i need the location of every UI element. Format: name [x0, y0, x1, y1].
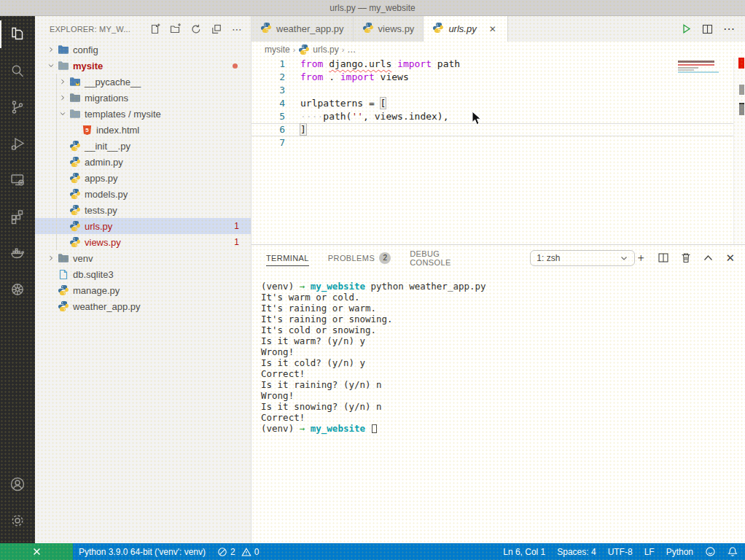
- new-folder-icon[interactable]: [168, 21, 184, 37]
- problems-indicator[interactable]: 2 0: [211, 543, 265, 560]
- notifications-bell-icon[interactable]: [722, 543, 745, 560]
- tree-item--pycache-[interactable]: __pycache__: [35, 74, 251, 90]
- tree-item-label: config: [73, 44, 98, 55]
- panel-tab-debug-console[interactable]: DEBUG CONSOLE: [410, 245, 477, 271]
- chevron-slot: [57, 140, 69, 152]
- tab-weather-app-py[interactable]: weather_app.py: [251, 16, 354, 42]
- line-number: 3: [251, 84, 285, 97]
- warning-count: 0: [254, 547, 260, 557]
- code-editor[interactable]: 1 from django.urls import path 2 from . …: [251, 58, 745, 244]
- collapse-folders-icon[interactable]: [208, 21, 225, 37]
- breadcrumb-item[interactable]: urls.py: [313, 44, 338, 55]
- tree-item-label: views.py: [85, 237, 121, 248]
- breadcrumb-separator: ›: [342, 45, 345, 54]
- tree-item-manage-py[interactable]: manage.py: [35, 282, 251, 298]
- terminal-output[interactable]: (venv) → my_website python weather_app.p…: [251, 271, 745, 543]
- status-lf[interactable]: LF: [639, 543, 660, 560]
- panel-header: TERMINAL PROBLEMS 2 DEBUG CONSOLE 1: zsh…: [251, 245, 745, 271]
- tree-item--init-py[interactable]: __init__.py: [35, 138, 251, 154]
- breadcrumb-item[interactable]: …: [347, 44, 356, 55]
- tree-item-views-py[interactable]: views.py 1: [35, 234, 251, 250]
- python-icon: [69, 172, 82, 184]
- tree-item-urls-py[interactable]: urls.py 1: [35, 218, 251, 234]
- tree-item-tests-py[interactable]: tests.py: [35, 202, 251, 218]
- tree-item-label: mysite: [73, 61, 103, 71]
- tree-item-label: admin.py: [85, 157, 123, 168]
- python-icon: [57, 284, 70, 296]
- tree-item-mysite[interactable]: mysite: [35, 58, 251, 74]
- status-python[interactable]: Python: [660, 543, 699, 560]
- chevron-right-icon: [45, 252, 57, 264]
- tree-item-venv[interactable]: venv: [35, 250, 251, 266]
- tree-item-weather-app-py[interactable]: weather_app.py: [35, 298, 251, 314]
- panel-tab-terminal[interactable]: TERMINAL: [266, 245, 309, 271]
- close-tab-icon[interactable]: ✕: [487, 24, 499, 34]
- code-line-1: 1 from django.urls import path: [251, 58, 745, 71]
- docker-icon[interactable]: [0, 235, 35, 271]
- tree-item-templates-mysite[interactable]: templates / mysite: [35, 106, 251, 122]
- run-debug-icon[interactable]: [0, 125, 35, 162]
- python-icon: [69, 220, 82, 232]
- chevron-down-icon: [620, 254, 628, 262]
- tree-item-label: apps.py: [85, 173, 118, 184]
- chevron-slot: [57, 172, 69, 184]
- code-line-6: 6 ]: [251, 123, 745, 136]
- svg-text:5: 5: [85, 127, 89, 133]
- run-button[interactable]: [681, 23, 692, 34]
- remote-explorer-icon[interactable]: [0, 162, 35, 198]
- new-file-icon[interactable]: [147, 21, 163, 37]
- kubernetes-icon[interactable]: [0, 271, 35, 308]
- new-terminal-icon[interactable]: ＋: [635, 251, 646, 265]
- tree-item-admin-py[interactable]: admin.py: [35, 154, 251, 170]
- chevron-slot: [69, 124, 80, 136]
- tree-item-config[interactable]: config: [35, 42, 251, 58]
- refresh-icon[interactable]: [188, 21, 204, 37]
- problem-dot: [233, 63, 238, 69]
- tab-urls-py[interactable]: urls.py ✕: [424, 16, 507, 42]
- shell-select[interactable]: 1: zsh: [530, 250, 635, 266]
- terminal-line: Wrong!: [261, 346, 745, 357]
- tab-views-py[interactable]: views.py: [354, 16, 424, 42]
- tree-item-db-sqlite3[interactable]: db.sqlite3: [35, 266, 251, 282]
- kill-terminal-icon[interactable]: [681, 252, 691, 263]
- search-icon[interactable]: [0, 52, 35, 89]
- python-icon: [69, 140, 82, 152]
- extensions-icon[interactable]: [0, 198, 35, 235]
- breadcrumb[interactable]: mysite›urls.py›…: [251, 42, 745, 58]
- settings-gear-icon[interactable]: [0, 502, 35, 539]
- breadcrumb-item[interactable]: mysite: [265, 44, 290, 55]
- accounts-icon[interactable]: [0, 466, 35, 502]
- status-spaces-4[interactable]: Spaces: 4: [551, 543, 601, 560]
- more-actions-icon[interactable]: ⋯: [229, 21, 245, 37]
- status-utf-8[interactable]: UTF-8: [602, 543, 639, 560]
- chevron-slot: [45, 284, 57, 296]
- tree-item-apps-py[interactable]: apps.py: [35, 170, 251, 186]
- tree-item-models-py[interactable]: models.py: [35, 186, 251, 202]
- split-editor-icon[interactable]: [702, 24, 713, 34]
- source-control-icon[interactable]: [0, 89, 35, 125]
- line-number: 2: [251, 71, 285, 84]
- folder-dark-icon: [69, 92, 82, 104]
- indent-guide: [56, 74, 57, 250]
- explorer-title: EXPLORER: MY_W...: [50, 25, 147, 34]
- explorer-icon[interactable]: [0, 16, 35, 52]
- tree-item-index-html[interactable]: 5 index.html: [35, 122, 251, 138]
- chevron-right-icon: [57, 92, 69, 104]
- python-icon: [69, 156, 82, 168]
- feedback-icon[interactable]: [699, 543, 722, 560]
- panel-tab-problems[interactable]: PROBLEMS 2: [328, 245, 391, 271]
- status-ln-6-col-1[interactable]: Ln 6, Col 1: [497, 543, 551, 560]
- python-interpreter[interactable]: Python 3.9.0 64-bit ('venv': venv): [73, 543, 211, 560]
- chevron-down-icon: [45, 60, 57, 71]
- tree-item-migrations[interactable]: migrations: [35, 90, 251, 106]
- split-terminal-icon[interactable]: [658, 253, 668, 262]
- overview-ruler[interactable]: [733, 58, 745, 244]
- tab-label: urls.py: [448, 23, 476, 34]
- maximize-panel-icon[interactable]: [703, 254, 713, 261]
- explorer-sidebar: EXPLORER: MY_W... ⋯ config mysite __pyca…: [35, 16, 251, 543]
- editor-more-actions-icon[interactable]: ⋯: [723, 22, 735, 36]
- remote-window-indicator[interactable]: [0, 543, 73, 560]
- tab-label: views.py: [378, 23, 415, 34]
- close-panel-icon[interactable]: ✕: [725, 252, 735, 265]
- folder-icon: [57, 60, 70, 71]
